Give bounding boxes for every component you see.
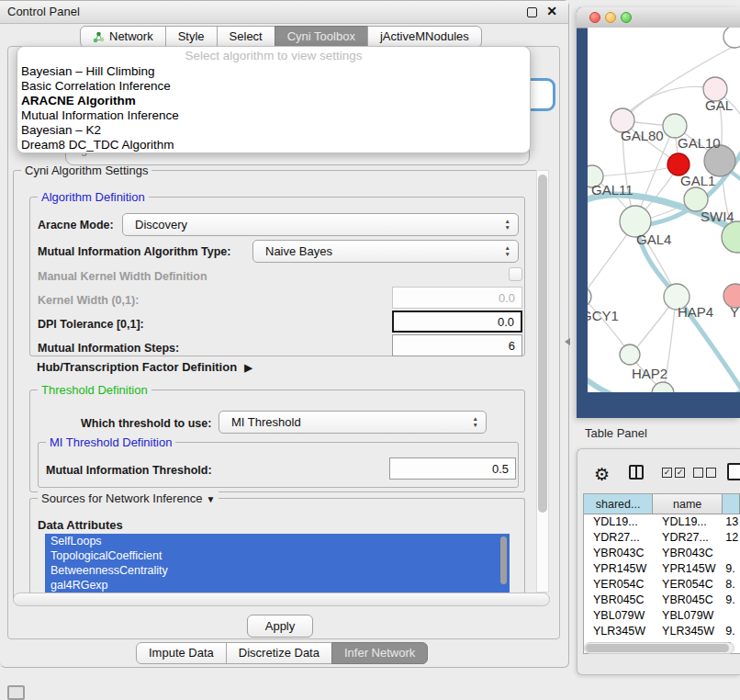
network-edge[interactable] [622,86,715,119]
spinner-arrows-icon: ▲▼ [505,244,510,257]
column-header[interactable] [723,494,740,514]
table-row[interactable]: YDL19...YDL19...13 [584,514,740,530]
table-cell[interactable]: 9. [723,624,740,639]
tab-style[interactable]: Style [165,26,218,48]
algorithm-option[interactable]: Dream8 DC_TDC Algorithm [17,138,530,152]
data-attributes-list[interactable]: SelfLoopsTopologicalCoefficientBetweenne… [45,534,510,596]
table-cell[interactable]: YBR045C [653,593,723,608]
mi-threshold-definition-group: MI Threshold Definition Mutual Informati… [38,442,519,488]
table-scrollbar-thumb[interactable] [586,644,729,652]
table-cell[interactable]: YBL079W [584,608,653,624]
table-row[interactable]: YPR145WYPR145W9. [584,561,740,577]
apply-button[interactable]: Apply [247,615,313,638]
collapsed-panel-button[interactable] [7,685,25,700]
node-label: GAL80 [621,128,664,143]
table-cell[interactable]: YDR27... [584,530,653,546]
mi-algorithm-type-combobox[interactable]: Naive Bayes ▲▼ [252,240,519,263]
close-icon[interactable]: ✕ [546,4,557,18]
tab-impute-data[interactable]: Impute Data [136,642,227,664]
close-traffic-light-icon[interactable] [589,12,600,23]
table-row[interactable]: YBR043CYBR043C [584,546,740,561]
attribute-item[interactable]: SelfLoops [45,534,510,548]
column-header[interactable]: name [653,494,723,514]
which-threshold-combobox[interactable]: MI Threshold ▲▼ [219,411,487,434]
table-horizontal-scrollbar[interactable] [584,642,734,654]
gear-icon[interactable]: ⚙ [594,464,610,485]
tab-cyni-toolbox[interactable]: Cyni Toolbox [275,26,368,48]
table-row[interactable]: YER054CYER054C8. [584,577,740,593]
dpi-tolerance-field[interactable]: 0.0 [392,310,522,333]
tab-infer-network[interactable]: Infer Network [331,642,428,664]
table-panel-window: ⚙ ✓✓ shared...name YDL19...YDL19...13YDR… [577,448,740,675]
panel-icon[interactable] [727,463,740,480]
table-cell[interactable]: YPR145W [584,561,653,577]
network-canvas[interactable]: GALGAL80GAL10GAL1GAL11SWI4GAL4GCY1HAP4YH… [588,28,740,392]
table-row[interactable]: YBR045CYBR045C9. [584,593,740,608]
tab-label: Impute Data [149,643,214,663]
horizontal-scrollbar[interactable] [13,593,550,606]
kernel-width-field[interactable]: 0.0 [392,287,522,309]
table-row[interactable]: YLR345WYLR345W9. [584,624,740,639]
sources-collapser[interactable]: Sources for Network Inference▼ [38,491,219,505]
column-header[interactable]: shared... [584,494,653,514]
algorithm-option[interactable]: Basic Correlation Inference [17,79,530,94]
table-cell[interactable]: YDL19... [584,514,653,530]
control-panel-titlebar[interactable]: Control Panel ✕ [0,1,568,24]
network-node-partial-top[interactable] [723,28,740,48]
table-cell[interactable]: 13 [723,514,740,530]
table-cell[interactable]: YER054C [584,577,653,593]
tab-network[interactable]: Network [80,26,166,48]
table-cell[interactable]: YPR145W [653,561,723,577]
tab-jactivemnodules[interactable]: jActiveMNodules [367,26,482,48]
vertical-scrollbar-thumb[interactable] [538,175,547,513]
tab-discretize-data[interactable]: Discretize Data [226,642,332,664]
aracne-mode-combobox[interactable]: Discovery ▲▼ [122,213,519,236]
table-cell[interactable]: YDL19... [653,514,723,530]
checked-boxes-icon[interactable]: ✓✓ [662,468,685,478]
float-panel-icon[interactable] [527,7,537,17]
table-cell[interactable]: 9. [723,561,740,577]
table-cell[interactable]: 12 [723,530,740,546]
network-edge[interactable] [588,298,630,354]
network-graph: GALGAL80GAL10GAL1GAL11SWI4GAL4GCY1HAP4YH… [588,28,740,392]
table-cell[interactable]: YBR043C [653,546,723,561]
table-cell[interactable]: YBR043C [584,546,653,561]
minimize-traffic-light-icon[interactable] [605,12,616,23]
algorithm-option[interactable]: Bayesian – K2 [17,123,530,138]
tab-select[interactable]: Select [217,26,275,48]
table-cell[interactable]: YBL079W [653,608,723,624]
mi-steps-field[interactable]: 6 [392,334,522,356]
network-edge[interactable] [594,165,678,176]
algorithm-option[interactable]: Bayesian – Hill Climbing [17,64,530,79]
network-window-titlebar[interactable] [577,7,740,28]
table-cell[interactable]: 9. [723,593,740,608]
vertical-scrollbar[interactable] [536,170,549,593]
network-node-GCY1[interactable] [588,287,591,307]
unchecked-boxes-icon[interactable] [693,468,716,478]
table-cell[interactable]: YBR045C [584,593,653,608]
table-cell[interactable]: YDR27... [653,530,723,546]
manual-kernel-checkbox[interactable] [509,267,522,281]
split-columns-icon[interactable] [629,465,644,480]
table-row[interactable]: YDR27...YDR27...12 [584,530,740,546]
zoom-traffic-light-icon[interactable] [621,12,632,23]
table-row[interactable]: YBL079WYBL079W [584,608,740,624]
table-cell[interactable]: 8. [723,577,740,593]
mi-threshold-field[interactable]: 0.5 [389,457,516,480]
table-header-row: shared...name [584,494,740,514]
algorithm-option[interactable]: Mutual Information Inference [17,108,530,123]
attribute-item[interactable]: BetweennessCentrality [45,563,510,578]
network-node-HAP2[interactable] [620,344,640,365]
table-body: YDL19...YDL19...13YDR27...YDR27...12YBR0… [584,514,740,654]
algorithm-option[interactable]: ARACNE Algorithm [17,94,530,108]
attribute-item[interactable]: TopologicalCoefficient [45,548,510,563]
table-cell[interactable] [723,546,740,561]
table-cell[interactable]: YLR345W [584,624,653,639]
table-cell[interactable]: YLR345W [653,624,723,639]
list-scrollbar-thumb[interactable] [500,536,507,584]
attribute-item[interactable]: gal4RGexp [45,578,510,593]
hub-definition-expander[interactable]: Hub/Transcription Factor Definition▶ [37,360,252,374]
table-cell[interactable] [723,608,740,624]
table-cell[interactable]: YER054C [653,577,723,593]
splitpane-collapse-arrow[interactable] [565,338,570,345]
